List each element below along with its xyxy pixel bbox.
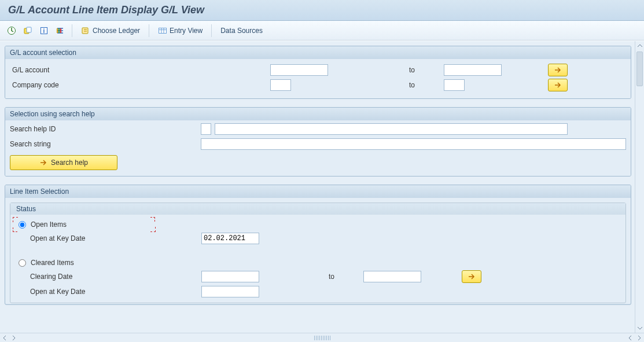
company-code-multi-selection[interactable] <box>548 79 568 91</box>
gl-account-to-input[interactable] <box>444 64 502 76</box>
open-items-label: Open Items <box>31 220 67 229</box>
search-help-title: Selection using search help <box>5 108 631 120</box>
clearing-date-label: Clearing Date <box>19 273 201 281</box>
horizontal-scrollbar-track[interactable] <box>20 335 624 341</box>
search-help-button-label: Search help <box>51 159 88 167</box>
status-subgroup: Status Open Items Open at Key Date <box>10 203 626 303</box>
arrow-right-icon <box>39 159 47 167</box>
company-code-to-input[interactable] <box>444 79 465 91</box>
gl-account-from-input[interactable] <box>270 64 328 76</box>
title-bar: G/L Account Line Item Display G/L View <box>0 0 644 21</box>
horizontal-scrollbar[interactable] <box>0 333 644 342</box>
scroll-down-button[interactable] <box>635 323 644 333</box>
ledger-icon <box>81 26 90 35</box>
svg-rect-2 <box>27 27 31 32</box>
chevron-left-icon <box>2 335 8 341</box>
clearing-date-row: Clearing Date to <box>19 269 621 284</box>
search-help-id-row: Search help ID <box>10 122 626 137</box>
chevron-right-icon <box>11 335 17 341</box>
gl-account-to-label: to <box>409 66 444 74</box>
gl-account-selection-title: G/L account selection <box>5 46 631 59</box>
spacer <box>19 246 621 256</box>
clearing-date-to-input[interactable] <box>363 271 421 282</box>
chevron-up-icon <box>637 43 643 49</box>
toolbar: i Choose Ledger Entry View Data Sources <box>0 21 644 41</box>
toolbar-separator <box>149 24 149 37</box>
scroll-left-button[interactable] <box>0 333 9 343</box>
info-button[interactable]: i <box>37 24 51 38</box>
entry-view-label: Entry View <box>170 27 203 35</box>
cleared-open-key-date-label: Open at Key Date <box>19 288 201 296</box>
search-string-label: Search string <box>10 140 201 148</box>
toolbar-separator <box>72 24 72 37</box>
open-items-radio[interactable] <box>19 221 26 229</box>
scroll-right-button-2[interactable] <box>635 333 644 343</box>
content-area: G/L account selection G/L account to Com… <box>0 41 644 333</box>
data-sources-label: Data Sources <box>220 27 263 35</box>
splitter-grip-icon <box>314 336 330 340</box>
hscroll-right-group <box>625 333 644 343</box>
cleared-items-radio[interactable] <box>19 259 26 267</box>
svg-rect-6 <box>159 28 167 33</box>
line-item-selection-title: Line Item Selection <box>5 185 631 198</box>
open-key-date-label: Open at Key Date <box>19 234 201 242</box>
lines-button[interactable] <box>53 24 67 38</box>
search-help-button-row: Search help <box>10 152 626 171</box>
search-string-input[interactable] <box>201 138 626 150</box>
arrow-right-icon <box>553 81 562 89</box>
line-item-selection-group: Line Item Selection Status Open Items Op… <box>5 185 631 305</box>
content-scroll: G/L account selection G/L account to Com… <box>1 41 635 333</box>
scroll-left-button-2[interactable] <box>625 333 635 343</box>
search-string-row: Search string <box>10 137 626 152</box>
choose-ledger-button[interactable]: Choose Ledger <box>77 24 144 38</box>
cleared-open-key-date-row: Open at Key Date <box>19 284 621 299</box>
gl-account-label: G/L account <box>10 66 201 74</box>
company-code-from-input[interactable] <box>270 79 291 91</box>
clearing-date-from-input[interactable] <box>201 271 259 282</box>
search-help-id-btn-input[interactable] <box>201 123 211 135</box>
search-help-id-input[interactable] <box>215 123 568 135</box>
cleared-items-radio-wrap: Cleared Items <box>19 256 621 269</box>
choose-ledger-label: Choose Ledger <box>93 27 140 35</box>
chevron-right-icon <box>636 335 642 341</box>
data-sources-button[interactable]: Data Sources <box>216 24 267 38</box>
search-help-body: Search help ID Search string Search help <box>5 120 631 176</box>
company-code-to-label: to <box>409 81 444 89</box>
open-items-radio-wrap: Open Items <box>19 218 621 231</box>
entry-view-button[interactable]: Entry View <box>154 24 207 38</box>
status-body: Open Items Open at Key Date Cleared Item… <box>10 215 625 303</box>
cleared-items-label: Cleared Items <box>31 259 74 267</box>
scroll-up-button[interactable] <box>635 41 644 50</box>
gl-account-multi-selection[interactable] <box>548 64 568 76</box>
line-item-selection-body: Status Open Items Open at Key Date <box>5 198 631 303</box>
variant-icon <box>23 26 32 35</box>
toolbar-separator <box>211 24 212 37</box>
status-title: Status <box>10 203 625 215</box>
open-key-date-row: Open at Key Date <box>19 231 621 246</box>
page-title: G/L Account Line Item Display G/L View <box>8 4 204 16</box>
search-help-button[interactable]: Search help <box>10 155 117 170</box>
chevron-down-icon <box>637 325 643 331</box>
search-help-group: Selection using search help Search help … <box>5 107 631 176</box>
chevron-left-icon <box>627 335 633 341</box>
gl-account-row: G/L account to <box>10 62 626 78</box>
clock-execute-icon <box>7 26 16 35</box>
company-code-label: Company code <box>10 81 201 89</box>
info-icon: i <box>39 26 49 35</box>
vertical-scrollbar-thumb[interactable] <box>636 52 643 86</box>
clearing-date-multi-selection[interactable] <box>462 270 481 283</box>
gl-account-selection-body: G/L account to Company code t <box>5 59 631 98</box>
lines-icon <box>56 26 65 35</box>
cleared-open-key-date-input[interactable] <box>201 286 259 297</box>
arrow-right-icon <box>553 66 562 74</box>
gl-account-selection-group: G/L account selection G/L account to Com… <box>5 46 631 99</box>
open-key-date-input[interactable] <box>201 233 259 244</box>
entry-view-icon <box>158 26 167 35</box>
vertical-scrollbar[interactable] <box>635 41 644 333</box>
scroll-right-button[interactable] <box>9 333 19 343</box>
svg-rect-5 <box>82 28 88 34</box>
variant-button[interactable] <box>21 24 35 38</box>
search-help-id-label: Search help ID <box>10 125 201 133</box>
company-code-row: Company code to <box>10 78 626 93</box>
execute-button[interactable] <box>5 24 19 38</box>
